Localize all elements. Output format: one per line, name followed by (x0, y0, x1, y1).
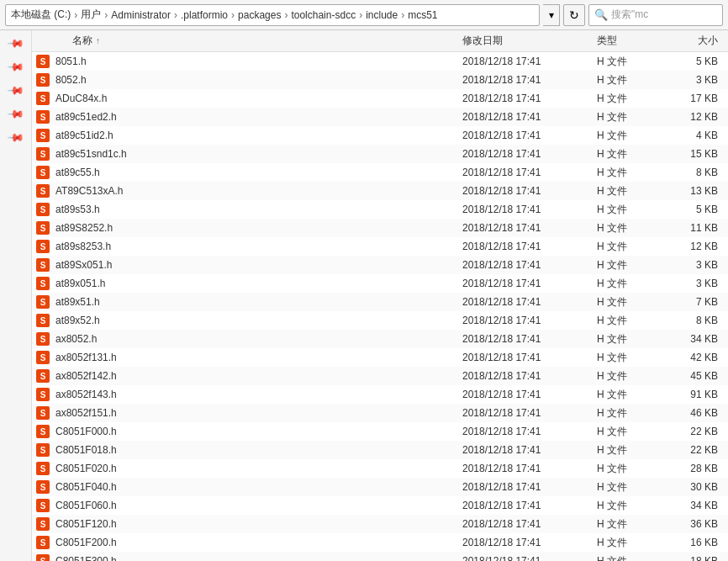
file-icon: S (35, 368, 50, 384)
file-name: ax8052.h (55, 333, 456, 345)
table-row[interactable]: S at89x051.h 2018/12/18 17:41 H 文件 3 KB (32, 274, 728, 293)
path-segment-packages[interactable]: packages (238, 9, 281, 21)
s-file-icon: S (36, 406, 50, 420)
file-name: at89Sx051.h (55, 259, 456, 271)
table-row[interactable]: S C8051F020.h 2018/12/18 17:41 H 文件 28 K… (32, 459, 728, 478)
path-segment-platformio[interactable]: .platformio (181, 9, 228, 21)
table-row[interactable]: S at89S8252.h 2018/12/18 17:41 H 文件 11 K… (32, 219, 728, 237)
s-file-icon: S (36, 351, 50, 364)
file-icon: S (35, 202, 50, 217)
path-segment-mcs51[interactable]: mcs51 (408, 9, 437, 21)
file-name: AT89C513xA.h (55, 185, 456, 197)
file-size: 16 KB (657, 537, 725, 548)
table-row[interactable]: S ax8052f143.h 2018/12/18 17:41 H 文件 91 … (32, 385, 728, 404)
file-date: 2018/12/18 17:41 (456, 185, 590, 197)
s-file-icon: S (36, 462, 50, 475)
sidebar-pin-5[interactable]: 📌 (3, 124, 29, 150)
path-segment-include[interactable]: include (366, 9, 398, 21)
table-row[interactable]: S C8051F300.h 2018/12/18 17:41 H 文件 18 K… (32, 552, 728, 561)
table-row[interactable]: S at89Sx051.h 2018/12/18 17:41 H 文件 3 KB (32, 256, 728, 274)
file-name: at89S8252.h (55, 222, 456, 234)
refresh-button[interactable]: ↻ (563, 4, 585, 26)
file-name: 8052.h (55, 74, 456, 86)
address-path[interactable]: 本地磁盘 (C:) › 用户 › Administrator › .platfo… (5, 4, 540, 26)
file-icon: S (35, 442, 50, 458)
file-icon: S (35, 220, 50, 236)
file-date: 2018/12/18 17:41 (456, 444, 590, 456)
chevron-down-icon: ▾ (549, 9, 554, 21)
col-header-name[interactable]: 名称 ↑ (35, 34, 456, 48)
file-size: 12 KB (657, 111, 725, 123)
search-bar[interactable]: 🔍 搜索"mc (588, 4, 723, 26)
file-type: H 文件 (590, 369, 657, 384)
file-icon: S (35, 387, 50, 402)
file-size: 4 KB (657, 130, 725, 141)
table-row[interactable]: S at89c55.h 2018/12/18 17:41 H 文件 8 KB (32, 163, 728, 182)
file-size: 17 KB (657, 93, 725, 104)
table-row[interactable]: S at89x52.h 2018/12/18 17:41 H 文件 8 KB (32, 311, 728, 330)
table-row[interactable]: S ax8052f131.h 2018/12/18 17:41 H 文件 42 … (32, 348, 728, 367)
file-date: 2018/12/18 17:41 (456, 93, 590, 104)
file-icon: S (35, 479, 50, 495)
file-icon: S (35, 331, 50, 347)
file-type: H 文件 (590, 314, 657, 328)
table-row[interactable]: S ax8052.h 2018/12/18 17:41 H 文件 34 KB (32, 330, 728, 348)
sidebar-pin-1[interactable]: 📌 (3, 29, 29, 56)
path-dropdown-btn[interactable]: ▾ (543, 4, 560, 26)
file-type: H 文件 (590, 388, 657, 402)
file-name: C8051F060.h (55, 500, 456, 511)
table-row[interactable]: S at89s8253.h 2018/12/18 17:41 H 文件 12 K… (32, 237, 728, 256)
path-segment-users[interactable]: 用户 (81, 8, 101, 22)
s-file-icon: S (36, 425, 50, 438)
file-size: 7 KB (657, 296, 725, 308)
file-type: H 文件 (590, 406, 657, 421)
table-row[interactable]: S at89c51snd1c.h 2018/12/18 17:41 H 文件 1… (32, 145, 728, 163)
file-date: 2018/12/18 17:41 (456, 130, 590, 141)
table-row[interactable]: S at89c51ed2.h 2018/12/18 17:41 H 文件 12 … (32, 108, 728, 126)
file-icon: S (35, 72, 50, 87)
file-size: 22 KB (657, 426, 725, 437)
file-date: 2018/12/18 17:41 (456, 222, 590, 234)
table-row[interactable]: S at89x51.h 2018/12/18 17:41 H 文件 7 KB (32, 293, 728, 311)
table-row[interactable]: S ADuC84x.h 2018/12/18 17:41 H 文件 17 KB (32, 89, 728, 108)
col-header-date[interactable]: 修改日期 (456, 34, 590, 48)
file-date: 2018/12/18 17:41 (456, 407, 590, 419)
table-row[interactable]: S C8051F200.h 2018/12/18 17:41 H 文件 16 K… (32, 533, 728, 552)
path-segment-local[interactable]: 本地磁盘 (C:) (11, 8, 71, 22)
file-icon: S (35, 183, 50, 198)
s-file-icon: S (36, 332, 50, 346)
col-header-type[interactable]: 类型 (590, 34, 657, 48)
table-row[interactable]: S C8051F040.h 2018/12/18 17:41 H 文件 30 K… (32, 478, 728, 496)
table-row[interactable]: S at89s53.h 2018/12/18 17:41 H 文件 5 KB (32, 200, 728, 219)
file-name: ax8052f131.h (55, 352, 456, 363)
file-size: 3 KB (657, 278, 725, 289)
file-name: C8051F018.h (55, 444, 456, 456)
file-list: S 8051.h 2018/12/18 17:41 H 文件 5 KB S 80… (32, 52, 728, 561)
table-row[interactable]: S C8051F060.h 2018/12/18 17:41 H 文件 34 K… (32, 496, 728, 515)
file-size: 11 KB (657, 222, 725, 234)
sidebar-pin-3[interactable]: 📌 (3, 77, 29, 103)
table-row[interactable]: S 8051.h 2018/12/18 17:41 H 文件 5 KB (32, 52, 728, 71)
s-file-icon: S (36, 480, 50, 494)
s-file-icon: S (36, 536, 50, 549)
table-row[interactable]: S at89c51id2.h 2018/12/18 17:41 H 文件 4 K… (32, 126, 728, 145)
sidebar-pin-2[interactable]: 📌 (3, 53, 29, 79)
table-row[interactable]: S AT89C513xA.h 2018/12/18 17:41 H 文件 13 … (32, 182, 728, 200)
table-row[interactable]: S ax8052f142.h 2018/12/18 17:41 H 文件 45 … (32, 367, 728, 385)
sidebar-pin-4[interactable]: 📌 (3, 100, 29, 126)
path-segment-toolchain[interactable]: toolchain-sdcc (291, 9, 356, 21)
table-row[interactable]: S C8051F000.h 2018/12/18 17:41 H 文件 22 K… (32, 422, 728, 441)
table-row[interactable]: S C8051F018.h 2018/12/18 17:41 H 文件 22 K… (32, 441, 728, 459)
table-row[interactable]: S C8051F120.h 2018/12/18 17:41 H 文件 36 K… (32, 515, 728, 533)
table-row[interactable]: S ax8052f151.h 2018/12/18 17:41 H 文件 46 … (32, 404, 728, 422)
col-header-size[interactable]: 大小 (657, 34, 725, 48)
file-icon: S (35, 257, 50, 273)
file-type: H 文件 (590, 221, 657, 236)
file-icon: S (35, 313, 50, 328)
table-row[interactable]: S 8052.h 2018/12/18 17:41 H 文件 3 KB (32, 71, 728, 89)
s-file-icon: S (36, 203, 50, 216)
path-segment-admin[interactable]: Administrator (111, 9, 171, 21)
file-name: ax8052f151.h (55, 407, 456, 419)
file-name: ax8052f143.h (55, 389, 456, 400)
file-size: 34 KB (657, 500, 725, 511)
